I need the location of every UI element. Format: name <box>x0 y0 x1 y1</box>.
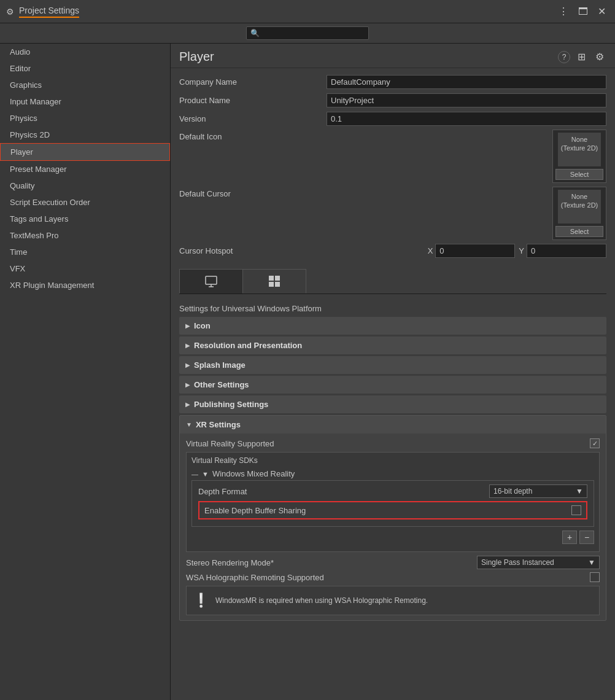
default-cursor-label: Default Cursor <box>179 187 327 198</box>
sidebar: Audio Editor Graphics Input Manager Phys… <box>0 44 171 700</box>
default-icon-select-button[interactable]: Select <box>555 169 603 180</box>
stereo-mode-dropdown[interactable]: Single Pass Instanced ▼ <box>477 556 600 569</box>
search-input[interactable] <box>262 29 365 37</box>
tab-standalone[interactable] <box>179 269 242 294</box>
icon-section-arrow: ▶ <box>185 322 190 329</box>
sidebar-item-tags-layers[interactable]: Tags and Layers <box>0 211 170 227</box>
depth-format-dropdown[interactable]: 16-bit depth ▼ <box>489 484 587 498</box>
sidebar-item-quality[interactable]: Quality <box>0 177 170 194</box>
layout-icon[interactable]: ⊞ <box>575 50 588 64</box>
sidebar-item-audio[interactable]: Audio <box>0 44 170 60</box>
vr-supported-row: Virtual Reality Supported ✓ <box>186 438 600 448</box>
version-input[interactable] <box>327 112 606 126</box>
svg-rect-3 <box>269 276 274 281</box>
content-header: Player ? ⊞ ⚙ <box>171 44 615 68</box>
wmr-sdk-name: Windows Mixed Reality <box>212 469 295 478</box>
company-name-row: Company Name <box>179 74 606 89</box>
xr-section-title: XR Settings <box>196 420 241 429</box>
windows-icon <box>268 274 281 288</box>
sidebar-item-preset-manager[interactable]: Preset Manager <box>0 161 170 177</box>
search-bar: 🔍 <box>0 23 615 44</box>
section-splash-header[interactable]: ▶ Splash Image <box>179 356 606 374</box>
resolution-section-title: Resolution and Presentation <box>194 341 302 350</box>
svg-rect-0 <box>206 276 217 284</box>
other-section-arrow: ▶ <box>185 381 190 388</box>
splash-section-arrow: ▶ <box>185 362 190 368</box>
depth-buffer-checkbox[interactable] <box>571 505 581 515</box>
hotspot-x-input[interactable] <box>435 244 515 258</box>
settings-area: Settings for Universal Windows Platform … <box>171 294 615 628</box>
splash-section-title: Splash Image <box>194 360 246 370</box>
window-title: Project Settings <box>19 6 79 18</box>
section-other-header[interactable]: ▶ Other Settings <box>179 376 606 394</box>
stereo-mode-value: Single Pass Instanced <box>481 558 554 567</box>
cursor-hotspot-inputs: X Y <box>327 244 606 258</box>
vr-sdks-label: Virtual Reality SDKs <box>191 456 594 465</box>
default-icon-label: Default Icon <box>179 130 327 141</box>
depth-format-row: Depth Format 16-bit depth ▼ <box>198 484 587 498</box>
add-sdk-button[interactable]: + <box>562 531 577 544</box>
product-name-label: Product Name <box>179 96 327 105</box>
header-icons: ? ⊞ ⚙ <box>558 50 606 64</box>
default-icon-texture-inner[interactable]: None(Texture 2D) <box>558 133 601 166</box>
sidebar-item-xr-plugin[interactable]: XR Plugin Management <box>0 277 170 294</box>
xr-section-arrow: ▼ <box>186 421 192 428</box>
section-icon-header[interactable]: ▶ Icon <box>179 317 606 335</box>
tab-uwp[interactable] <box>242 269 306 294</box>
section-icon: ▶ Icon <box>179 317 606 335</box>
default-cursor-row: Default Cursor None(Texture 2D) Select <box>179 187 606 240</box>
remove-sdk-button[interactable]: − <box>579 531 594 544</box>
depth-format-label: Depth Format <box>198 487 489 496</box>
section-splash: ▶ Splash Image <box>179 356 606 374</box>
form-area: Company Name Product Name Version Defaul… <box>171 68 615 269</box>
section-other: ▶ Other Settings <box>179 376 606 394</box>
default-cursor-texture-box: None(Texture 2D) Select <box>552 187 606 240</box>
wmr-collapse-button[interactable]: — <box>191 470 198 478</box>
sidebar-item-script-execution[interactable]: Script Execution Order <box>0 194 170 211</box>
section-resolution-header[interactable]: ▶ Resolution and Presentation <box>179 336 606 354</box>
sidebar-item-player[interactable]: Player <box>0 143 170 161</box>
default-cursor-select-button[interactable]: Select <box>555 226 603 237</box>
sidebar-item-physics[interactable]: Physics <box>0 110 170 126</box>
publishing-section-arrow: ▶ <box>185 401 190 408</box>
svg-rect-6 <box>275 282 280 287</box>
product-name-row: Product Name <box>179 93 606 107</box>
wsa-holographic-checkbox[interactable] <box>590 572 600 582</box>
xr-section-header[interactable]: ▼ XR Settings <box>180 416 606 434</box>
wsa-holographic-row: WSA Holographic Remoting Supported <box>186 572 600 582</box>
sidebar-item-time[interactable]: Time <box>0 244 170 260</box>
vr-sdks-box: Virtual Reality SDKs — ▼ Windows Mixed R… <box>186 452 600 552</box>
hotspot-x-coord: X <box>428 244 516 258</box>
sidebar-item-input-manager[interactable]: Input Manager <box>0 93 170 110</box>
settings-icon[interactable]: ⚙ <box>593 50 606 64</box>
depth-format-value: 16-bit depth <box>493 487 532 496</box>
sidebar-item-vfx[interactable]: VFX <box>0 260 170 277</box>
sidebar-item-physics-2d[interactable]: Physics 2D <box>0 126 170 143</box>
company-name-input[interactable] <box>327 75 606 89</box>
sidebar-item-textmesh[interactable]: TextMesh Pro <box>0 227 170 244</box>
minimize-button[interactable]: 🗖 <box>575 5 591 18</box>
content-panel: Player ? ⊞ ⚙ Company Name Product Name V… <box>171 44 615 700</box>
vr-supported-label: Virtual Reality Supported <box>186 439 590 448</box>
hotspot-y-input[interactable] <box>527 244 606 258</box>
warning-text: WindowsMR is required when using WSA Hol… <box>215 596 428 605</box>
xr-section-content: Virtual Reality Supported ✓ Virtual Real… <box>180 434 606 620</box>
more-options-button[interactable]: ⋮ <box>555 4 571 18</box>
platform-settings-label: Settings for Universal Windows Platform <box>179 299 606 317</box>
default-cursor-none-label: None(Texture 2D) <box>561 192 598 210</box>
close-button[interactable]: ✕ <box>595 4 609 18</box>
stereo-mode-arrow: ▼ <box>588 558 595 567</box>
default-cursor-texture-inner[interactable]: None(Texture 2D) <box>558 190 601 224</box>
vr-supported-checkbox[interactable]: ✓ <box>590 438 600 448</box>
main-layout: Audio Editor Graphics Input Manager Phys… <box>0 44 615 700</box>
sidebar-item-editor[interactable]: Editor <box>0 60 170 77</box>
help-icon[interactable]: ? <box>558 51 570 63</box>
x-label: X <box>428 246 433 255</box>
platform-tabs <box>179 269 606 294</box>
sidebar-item-graphics[interactable]: Graphics <box>0 77 170 93</box>
product-name-input[interactable] <box>327 93 606 107</box>
section-xr: ▼ XR Settings Virtual Reality Supported … <box>179 415 606 621</box>
section-publishing-header[interactable]: ▶ Publishing Settings <box>179 395 606 413</box>
stereo-mode-label: Stereo Rendering Mode* <box>186 558 477 567</box>
hotspot-y-coord: Y <box>519 244 606 258</box>
